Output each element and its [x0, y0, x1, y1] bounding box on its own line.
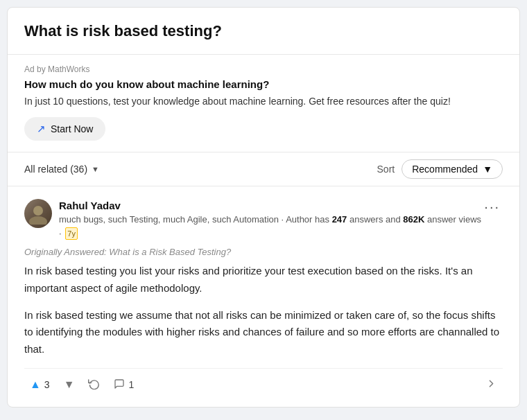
ad-button-label: Start Now — [51, 123, 93, 134]
ad-section: Ad by MathWorks How much do you know abo… — [8, 55, 519, 152]
ad-title: How much do you know about machine learn… — [24, 78, 503, 90]
share-icon — [88, 378, 100, 392]
filter-chevron-icon[interactable]: ▼ — [92, 165, 99, 173]
author-bio: much bugs, such Testing, much Agile, suc… — [59, 213, 481, 240]
answer-header: Rahul Yadav much bugs, such Testing, muc… — [24, 199, 503, 240]
filter-all-related-label[interactable]: All related (36) — [24, 164, 87, 175]
comment-icon — [114, 378, 125, 392]
answer-paragraph-1: In risk based testing you list your risk… — [24, 263, 503, 297]
time-badge: 7y — [65, 227, 78, 240]
ad-description: In just 10 questions, test your knowledg… — [24, 94, 503, 109]
upvote-icon: ▲ — [30, 378, 41, 391]
ad-start-button[interactable]: ↗ Start Now — [24, 117, 105, 141]
main-container: What is risk based testing? Ad by MathWo… — [7, 7, 520, 408]
downvote-icon: ▼ — [64, 378, 75, 391]
ad-label: Ad by MathWorks — [24, 64, 503, 74]
comment-button[interactable]: 1 — [108, 375, 139, 395]
share-button[interactable] — [83, 374, 105, 395]
sort-dropdown[interactable]: Recommended ▼ — [401, 159, 503, 179]
author-info: Rahul Yadav much bugs, such Testing, muc… — [24, 199, 481, 240]
author-details: Rahul Yadav much bugs, such Testing, muc… — [59, 199, 481, 240]
svg-point-1 — [29, 216, 47, 225]
filter-bar: All related (36) ▼ Sort Recommended ▼ — [8, 152, 519, 186]
sort-option-label: Recommended — [412, 164, 478, 175]
more-options-button[interactable]: ··· — [481, 199, 503, 215]
answer-text: In risk based testing you list your risk… — [24, 263, 503, 358]
originally-answered: Originally Answered: What is a Risk Base… — [24, 247, 503, 257]
answer-card: Rahul Yadav much bugs, such Testing, muc… — [8, 186, 519, 407]
sort-label: Sort — [377, 164, 395, 175]
upvote-count: 3 — [44, 379, 50, 390]
downvote-button[interactable]: ▼ — [58, 375, 80, 394]
author-answers-count: 247 — [332, 214, 347, 225]
forward-icon — [485, 378, 497, 392]
forward-button[interactable] — [480, 374, 503, 396]
filter-left: All related (36) ▼ — [24, 164, 99, 175]
actions-left: ▲ 3 ▼ — [24, 374, 139, 395]
page-title: What is risk based testing? — [24, 21, 503, 42]
avatar — [24, 199, 52, 228]
answer-paragraph-2: In risk based testing we assume that not… — [24, 307, 503, 358]
comment-count: 1 — [128, 379, 134, 390]
svg-point-0 — [33, 206, 43, 216]
sort-chevron-icon: ▼ — [483, 164, 492, 175]
author-answers-suffix: answers and — [349, 214, 401, 225]
external-link-icon: ↗ — [37, 123, 46, 135]
author-name[interactable]: Rahul Yadav — [59, 199, 481, 213]
author-views-count: 862K — [403, 214, 424, 225]
header-section: What is risk based testing? — [8, 8, 519, 55]
actions-bar: ▲ 3 ▼ — [24, 368, 503, 396]
author-bio-text: much bugs, such Testing, much Agile, suc… — [59, 214, 329, 225]
upvote-button[interactable]: ▲ 3 — [24, 375, 55, 394]
filter-right: Sort Recommended ▼ — [377, 159, 503, 179]
